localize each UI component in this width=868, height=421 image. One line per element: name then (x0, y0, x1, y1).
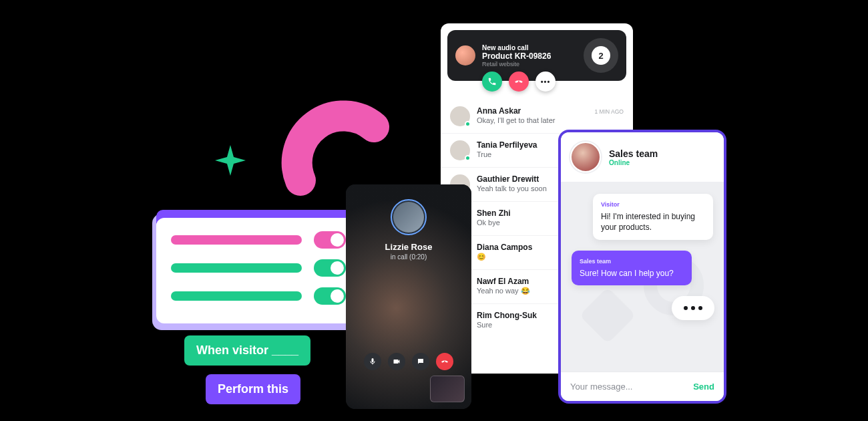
chat-bubble-sender: Sales team (580, 257, 684, 265)
chat-message-input[interactable]: Your message... (570, 382, 632, 392)
chat-send-button[interactable]: Send (693, 382, 714, 392)
chat-icon (417, 358, 425, 366)
chat-widget: Sales team Online Visitor Hi! I'm intere… (558, 130, 726, 404)
conversation-name: Diana Campos (477, 243, 532, 252)
hangup-icon (514, 77, 523, 86)
settings-toggle[interactable] (314, 259, 346, 277)
conversation-name: Gauthier Drewitt (477, 174, 539, 184)
self-video-thumbnail[interactable] (430, 376, 465, 402)
presence-indicator-icon (465, 121, 471, 127)
presence-indicator-icon (465, 155, 471, 161)
call-avatar (391, 199, 427, 235)
typing-indicator (672, 296, 714, 320)
incoming-call-count-ring: 2 (584, 38, 618, 73)
settings-bar (171, 291, 302, 301)
settings-card (156, 218, 361, 323)
incoming-call-count: 2 (592, 46, 610, 65)
settings-toggle[interactable] (314, 231, 346, 249)
plus-decoration (214, 144, 247, 177)
settings-bar (171, 263, 302, 273)
settings-bar (171, 235, 302, 245)
video-icon (393, 358, 401, 366)
conversation-preview: Okay, I'll get to that later (477, 116, 624, 124)
mute-button[interactable] (364, 353, 381, 370)
call-peer-name: Lizzie Rose (346, 242, 471, 252)
hangup-button[interactable] (436, 353, 453, 370)
hangup-icon (441, 358, 449, 366)
phone-icon (487, 77, 497, 86)
conversation-name: Shen Zhi (477, 208, 511, 218)
more-call-options-button[interactable]: ••• (535, 72, 556, 92)
incoming-call-site: Retail website (482, 61, 577, 67)
call-status: in call (0:20) (346, 253, 471, 261)
video-button[interactable] (388, 353, 405, 370)
conversation-item[interactable]: Anna Askar1 MIN AGOOkay, I'll get to tha… (441, 100, 633, 133)
incoming-call-banner: New audio call Product KR-09826 Retail w… (447, 30, 626, 81)
chat-bubble-text: Sure! How can I help you? (580, 268, 684, 279)
video-call-panel: Lizzie Rose in call (0:20) (346, 184, 471, 409)
chat-bubble-text: Hi! I'm interested in buying your produc… (601, 211, 705, 233)
conversation-time: 1 MIN AGO (595, 108, 624, 115)
chat-team-name: Sales team (609, 148, 658, 159)
accept-call-button[interactable] (482, 72, 502, 92)
settings-row (171, 259, 346, 277)
incoming-call-product: Product KR-09826 (482, 51, 577, 61)
when-visitor-tag[interactable]: When visitor ____ (184, 335, 310, 366)
conversation-avatar (450, 106, 470, 126)
settings-row (171, 287, 346, 305)
chat-button[interactable] (412, 353, 429, 370)
settings-row (171, 231, 346, 249)
mic-icon (369, 358, 377, 366)
chat-team-status: Online (609, 159, 658, 166)
chat-bubble-sales: Sales team Sure! How can I help you? (572, 251, 692, 285)
chat-bubble-sender: Visitor (601, 200, 705, 208)
perform-this-tag[interactable]: Perform this (206, 374, 300, 404)
incoming-call-avatar (455, 45, 475, 65)
chat-input-bar: Your message... Send (561, 372, 724, 401)
conversation-name: Tania Perfilyeva (477, 140, 537, 150)
settings-toggle[interactable] (314, 287, 346, 305)
conversation-name: Anna Askar (477, 106, 521, 116)
chat-team-avatar (570, 142, 601, 172)
incoming-call-label: New audio call (482, 44, 577, 51)
decline-call-button[interactable] (509, 72, 529, 92)
chat-header: Sales team Online (561, 132, 724, 182)
conversation-name: Rim Chong-Suk (477, 311, 537, 320)
conversation-avatar (450, 140, 470, 160)
conversation-name: Nawf El Azam (477, 277, 529, 286)
chat-bubble-visitor: Visitor Hi! I'm interested in buying you… (593, 194, 713, 240)
